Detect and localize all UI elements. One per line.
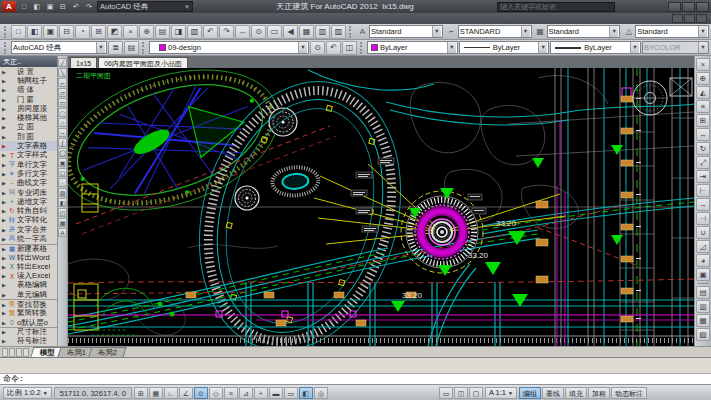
- autocad-logo-icon[interactable]: A: [2, 1, 16, 12]
- doc-minimize-button[interactable]: [672, 14, 683, 23]
- bring-to-front-button[interactable]: ▤: [696, 286, 710, 299]
- plot-button[interactable]: ⊟: [57, 1, 69, 12]
- tray-arrow-icon[interactable]: [679, 387, 693, 399]
- sidebar-item[interactable]: ▶ + 递增文字: [0, 197, 57, 206]
- command-input[interactable]: 命令:: [0, 374, 711, 384]
- publish-button[interactable]: ⊞: [91, 25, 106, 39]
- prev-tab-button[interactable]: [9, 348, 15, 357]
- explode-button[interactable]: ▣: [696, 268, 710, 281]
- sidebar-item[interactable]: ▶ ≡ 多行文字: [0, 169, 57, 178]
- copy-button[interactable]: ⊕: [696, 72, 710, 85]
- tarch-toggle[interactable]: 填充: [565, 387, 587, 399]
- block-editor-button[interactable]: ▧: [187, 25, 202, 39]
- qp-toggle[interactable]: ◧: [299, 387, 313, 399]
- save-button[interactable]: ▣: [44, 1, 56, 12]
- sidebar-item[interactable]: ▶ 设 置: [0, 67, 57, 76]
- send-to-back-button[interactable]: ▥: [696, 300, 710, 313]
- annotation-scale-button[interactable]: A 1:1 ▼: [485, 387, 517, 399]
- ducs-toggle[interactable]: ⊿: [239, 387, 253, 399]
- sidebar-item[interactable]: ▶ X 转出Excel: [0, 262, 57, 271]
- tarch-toggle[interactable]: 动态标注: [611, 387, 647, 399]
- copy-clip-button[interactable]: ⊕: [139, 25, 154, 39]
- exchange-button[interactable]: [641, 2, 652, 12]
- drawing-canvas[interactable]: 33.20 33.20 33.20 二期平面图: [68, 68, 694, 346]
- stretch-button[interactable]: ⇥: [696, 170, 710, 183]
- selection-cycling-toggle[interactable]: ◎: [314, 387, 328, 399]
- sidebar-item[interactable]: ▶ 轴网柱子: [0, 76, 57, 85]
- sidebar-item[interactable]: ▶ 字 单行文字: [0, 160, 57, 169]
- toolbar-grip[interactable]: [4, 42, 8, 54]
- tarch-toggle[interactable]: 基线: [542, 387, 564, 399]
- plot-preview-button[interactable]: ◔: [75, 25, 90, 39]
- search-go-button[interactable]: [617, 2, 628, 12]
- style-combo[interactable]: Standard ▼: [369, 25, 443, 38]
- erase-button[interactable]: ×: [696, 58, 710, 71]
- toolbar-grip[interactable]: [349, 26, 353, 38]
- sidebar-item[interactable]: ▶ W 转出Word: [0, 253, 57, 262]
- autoscale-icon[interactable]: [664, 387, 678, 399]
- bring-above-button[interactable]: ▦: [696, 314, 710, 327]
- lwt-toggle[interactable]: ▬: [269, 387, 283, 399]
- sidebar-item[interactable]: ▶ 墙 体: [0, 86, 57, 95]
- last-tab-button[interactable]: [23, 348, 29, 357]
- send-under-button[interactable]: ▧: [696, 328, 710, 341]
- scale-button[interactable]: ⤢: [696, 156, 710, 169]
- drawing-tab[interactable]: 1x15: [70, 57, 97, 68]
- 3dosnap-toggle[interactable]: ◇: [209, 387, 223, 399]
- open-button[interactable]: ◧: [31, 1, 43, 12]
- xline-button[interactable]: ╲: [58, 68, 67, 77]
- lineweight-combo[interactable]: ByLayer ▼: [550, 41, 641, 54]
- revcloud-button[interactable]: ~: [58, 128, 67, 137]
- search-input[interactable]: [500, 3, 600, 10]
- mirror-button[interactable]: ◭: [696, 86, 710, 99]
- line-button[interactable]: ╱: [58, 58, 67, 67]
- polar-toggle[interactable]: ∠: [179, 387, 193, 399]
- sidebar-item[interactable]: ▶ ▦ 新建表格: [0, 244, 57, 253]
- tarch-toggle[interactable]: 加粗: [588, 387, 610, 399]
- sidebar-item[interactable]: ▶ ↻ 转角自纠: [0, 206, 57, 215]
- sidebar-item[interactable]: ▶ 符号标注: [0, 337, 57, 346]
- clean-screen-button[interactable]: [694, 387, 708, 399]
- join-button[interactable]: ∪: [696, 226, 710, 239]
- cad-drawing[interactable]: 33.20 33.20 33.20 二期平面图: [68, 68, 694, 346]
- offset-button[interactable]: ≡: [696, 100, 710, 113]
- zoom-previous-button[interactable]: ◀: [283, 25, 298, 39]
- sidebar-item[interactable]: ▶ T 文字样式: [0, 151, 57, 160]
- style-combo[interactable]: Standard ▼: [635, 25, 709, 38]
- sidebar-item[interactable]: ▶ ~ 曲线文字: [0, 179, 57, 188]
- quick-view-layouts-button[interactable]: ◫: [454, 387, 468, 399]
- color-combo[interactable]: ByLayer ▼: [367, 41, 458, 54]
- style-combo[interactable]: Standard ▼: [547, 25, 621, 38]
- make-object-layer-current-button[interactable]: ⊙: [310, 41, 325, 55]
- linetype-combo[interactable]: ByLayer ▼: [459, 41, 550, 54]
- sidebar-item[interactable]: ▶ 词 专业词库: [0, 188, 57, 197]
- sidebar-item[interactable]: ▶ 繁 繁简转换: [0, 309, 57, 318]
- insert-block-button[interactable]: ▣: [58, 158, 67, 167]
- sidebar-item[interactable]: ▶ 查 查找替换: [0, 299, 57, 308]
- cut-button[interactable]: ×: [123, 25, 138, 39]
- properties-button[interactable]: ▦: [299, 25, 314, 39]
- layer-combo[interactable]: 09-design ▼: [149, 41, 309, 54]
- toolbar-grip[interactable]: [360, 42, 364, 54]
- point-button[interactable]: ·: [58, 178, 67, 187]
- otrack-toggle[interactable]: ≡: [224, 387, 238, 399]
- quick-view-drawings-button[interactable]: ▢: [469, 387, 483, 399]
- qnew-button[interactable]: □: [11, 25, 26, 39]
- annotation-visibility-icon[interactable]: [649, 387, 663, 399]
- ellipse-button[interactable]: ◯: [58, 148, 67, 157]
- break-button[interactable]: ⊣: [696, 212, 710, 225]
- signin-button[interactable]: [629, 2, 640, 12]
- workspace-combo-2[interactable]: AutoCAD 经典 ▼: [11, 41, 107, 54]
- layer-previous-button[interactable]: ↶: [326, 41, 341, 55]
- toolbar-grip[interactable]: [142, 42, 146, 54]
- dyn-toggle[interactable]: +: [254, 387, 268, 399]
- snap-toggle[interactable]: ⊞: [134, 387, 148, 399]
- new-button[interactable]: □: [18, 1, 30, 12]
- chamfer-button[interactable]: ◿: [696, 240, 710, 253]
- layer-states-button[interactable]: ▤: [124, 41, 139, 55]
- tarch-menu-header[interactable]: 天正..: [0, 56, 57, 67]
- table-button[interactable]: ▦: [58, 218, 67, 227]
- pan-button[interactable]: ↔: [235, 25, 250, 39]
- sidebar-item[interactable]: ▶ 并 文字合并: [0, 225, 57, 234]
- sidebar-item[interactable]: ▶ 表格编辑: [0, 281, 57, 290]
